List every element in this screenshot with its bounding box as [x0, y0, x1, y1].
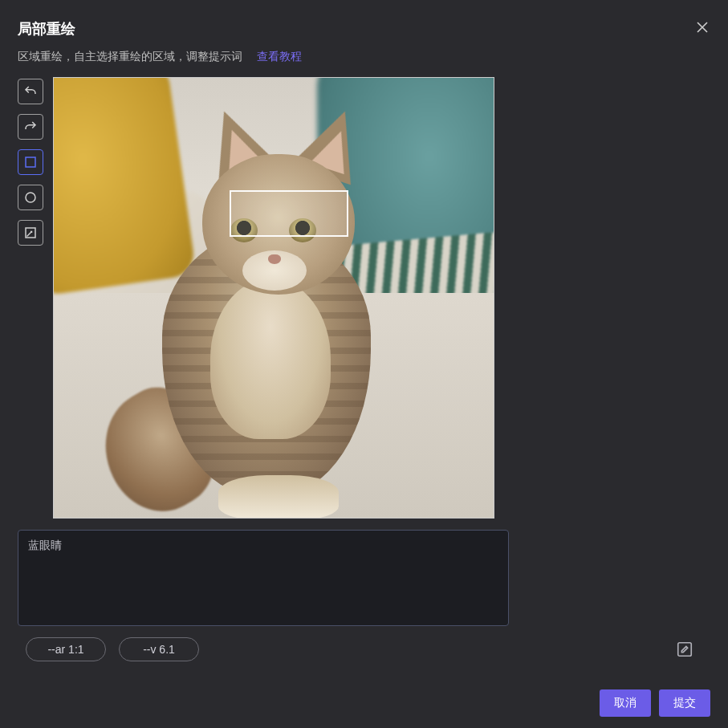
lasso-select-button[interactable]: [18, 220, 43, 246]
svg-rect-0: [26, 157, 35, 167]
redo-icon: [23, 120, 38, 134]
tutorial-link[interactable]: 查看教程: [257, 50, 302, 63]
svg-rect-3: [678, 643, 692, 657]
close-icon: [696, 21, 709, 34]
close-button[interactable]: [694, 19, 710, 35]
rectangle-select-button[interactable]: [18, 149, 43, 175]
image-canvas[interactable]: [53, 77, 494, 519]
param-row: --ar 1:1 --v 6.1: [18, 637, 710, 661]
tool-column: [18, 79, 43, 519]
source-image: [54, 78, 494, 518]
version-pill[interactable]: --v 6.1: [119, 637, 199, 661]
svg-point-1: [26, 193, 35, 202]
modal-title: 局部重绘: [18, 19, 75, 39]
modal-header: 局部重绘: [18, 19, 710, 39]
modal-footer: 取消 提交: [600, 689, 710, 717]
prompt-input[interactable]: [18, 530, 509, 626]
edit-icon: [676, 641, 693, 658]
submit-button[interactable]: 提交: [659, 689, 710, 717]
inpaint-modal: 局部重绘 区域重绘，自主选择重绘的区域，调整提示词 查看教程: [0, 0, 728, 728]
circle-icon: [23, 190, 38, 205]
undo-icon: [23, 84, 38, 99]
aspect-ratio-pill[interactable]: --ar 1:1: [26, 637, 106, 661]
undo-button[interactable]: [18, 79, 43, 104]
redo-button[interactable]: [18, 114, 43, 140]
cancel-button[interactable]: 取消: [600, 689, 651, 717]
modal-subtitle: 区域重绘，自主选择重绘的区域，调整提示词: [18, 50, 242, 63]
lasso-icon: [23, 226, 38, 240]
edit-params-button[interactable]: [675, 640, 694, 659]
modal-subtitle-row: 区域重绘，自主选择重绘的区域，调整提示词 查看教程: [18, 50, 710, 64]
rectangle-icon: [23, 155, 38, 169]
work-area: [18, 77, 710, 519]
circle-select-button[interactable]: [18, 185, 43, 210]
